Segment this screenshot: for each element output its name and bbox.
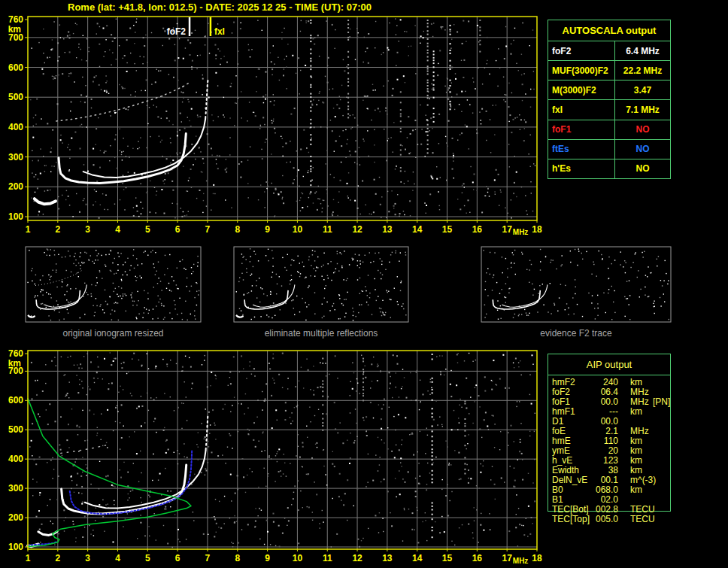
aip-row-note [653, 436, 671, 446]
thumbnail-border [26, 247, 201, 322]
autoscala-screen: foF2fxI123456789101112131415161718MHz760… [0, 0, 728, 568]
series-density-profile [28, 399, 191, 547]
autoscala-output-table: AUTOSCALA output foF26.4 MHzMUF(3000)F22… [548, 20, 671, 179]
x-tick-label: 2 [55, 553, 60, 563]
x-axis-unit: MHz [513, 557, 529, 565]
autoscala-row-value: 22.2 MHz [615, 61, 670, 80]
autoscala-row-label: h'Es [548, 159, 615, 178]
aip-header: AIP output [548, 354, 670, 375]
x-tick-label: 9 [265, 224, 270, 235]
x-tick-label: 4 [115, 224, 120, 235]
y-axis-unit: km [8, 24, 21, 35]
autoscala-row-label: foF2 [548, 41, 615, 60]
autoscala-header: AUTOSCALA output [548, 20, 670, 41]
aip-row-note [653, 378, 671, 387]
y-tick-label: 300 [8, 483, 23, 494]
autoscala-row-label: M(3000)F2 [548, 80, 615, 99]
top-ionogram: foF2fxI123456789101112131415161718MHz760… [8, 14, 542, 236]
y-tick-label: 200 [8, 181, 23, 192]
autoscala-row-value: 7.1 MHz [615, 100, 670, 119]
x-tick-label: 7 [205, 224, 211, 235]
aip-row-note [656, 475, 671, 485]
autoscala-rows: foF26.4 MHzMUF(3000)F222.2 MHzM(3000)F23… [548, 41, 670, 178]
y-tick-label: 760 [8, 348, 23, 359]
y-tick-label: 300 [8, 152, 23, 163]
table-row: ftEsNO [548, 140, 670, 159]
x-tick-label: 13 [382, 553, 393, 563]
series-F2-o-trace [62, 465, 187, 514]
aip-row-note [653, 446, 671, 456]
aip-row-note [653, 495, 671, 505]
y-tick-label: 200 [8, 512, 23, 523]
series-F2-x-trace [83, 119, 206, 178]
autoscala-row-value: 3.47 [615, 80, 670, 99]
x-tick-label: 6 [175, 224, 180, 235]
autoscala-row-value: 6.4 MHz [615, 41, 670, 60]
thumbnail-border [481, 247, 671, 322]
aip-row-note [655, 515, 671, 524]
x-tick-label: 3 [85, 553, 90, 563]
table-row: MUF(3000)F222.2 MHz [548, 61, 670, 80]
thumbnail-caption-evidence: evidence F2 trace [481, 328, 671, 339]
x-tick-label: 5 [145, 224, 150, 235]
table-row: foF26.4 MHz [548, 41, 670, 61]
thumbnail-border [234, 247, 408, 322]
thumbnail-panel-1 [234, 247, 408, 322]
aip-row-note [655, 505, 671, 515]
autoscala-row-value: NO [615, 120, 670, 139]
thumbnail-caption-original: original ionogram resized [26, 328, 201, 339]
x-tick-label: 15 [442, 553, 453, 563]
plot-border [28, 351, 537, 549]
annotation-label-fxI: fxI [214, 26, 225, 37]
x-tick-label: 1 [26, 553, 31, 563]
x-tick-label: 3 [85, 224, 90, 235]
x-tick-label: 2 [55, 224, 60, 235]
autoscala-row-label: MUF(3000)F2 [548, 61, 615, 80]
x-tick-label: 14 [412, 553, 423, 563]
aip-row-unit: TECU [630, 515, 655, 524]
bottom-ionogram: 123456789101112131415161718MHz7607006005… [8, 348, 542, 565]
aip-row-value: 005.0 [591, 515, 618, 524]
x-tick-label: 17 [502, 224, 512, 235]
aip-row-note [653, 485, 671, 495]
aip-row-note: [PN] [653, 397, 671, 407]
y-tick-label: 760 [8, 14, 23, 25]
series-second-hop [56, 82, 191, 121]
y-tick-label: 400 [8, 454, 23, 464]
x-tick-label: 10 [293, 224, 303, 235]
page-title: Rome (lat: +41.8, lon: 012.5) - DATE: 20… [68, 2, 372, 13]
aip-row-name: TEC[Top] [552, 515, 591, 524]
annotation-label-foF2: foF2 [167, 26, 187, 37]
x-tick-label: 8 [235, 224, 240, 235]
x-tick-label: 5 [145, 553, 150, 563]
x-tick-label: 18 [532, 553, 542, 563]
x-tick-label: 8 [235, 553, 240, 563]
y-tick-label: 500 [8, 424, 23, 435]
y-tick-label: 600 [8, 395, 23, 405]
y-tick-label: 100 [8, 211, 23, 222]
autoscala-row-label: foF1 [548, 120, 615, 139]
aip-row-unit: km [630, 407, 653, 417]
thumbnail-panel-2 [481, 247, 671, 322]
autoscala-row-value: NO [615, 140, 670, 159]
autoscala-row-label: fxI [548, 100, 615, 119]
x-tick-label: 17 [502, 553, 512, 563]
table-row: foF1NO [548, 120, 670, 140]
x-tick-label: 13 [382, 224, 393, 235]
autoscala-row-label: ftEs [548, 140, 615, 159]
y-tick-label: 600 [8, 62, 23, 73]
x-tick-label: 15 [442, 224, 453, 235]
y-tick-label: 100 [8, 542, 23, 552]
x-tick-label: 14 [412, 224, 423, 235]
plot-border [28, 17, 537, 220]
y-tick-label: 500 [8, 92, 23, 102]
aip-row-note [653, 427, 671, 436]
x-tick-label: 9 [265, 553, 270, 563]
table-row: h'EsNO [548, 159, 670, 178]
x-tick-label: 10 [293, 553, 303, 563]
thumbnail-panel-0 [26, 247, 201, 322]
x-tick-label: 11 [323, 553, 332, 563]
table-row: TEC[Top]005.0TECU [552, 515, 671, 524]
series-second-hop [61, 445, 106, 454]
table-row: fxI7.1 MHz [548, 100, 670, 120]
